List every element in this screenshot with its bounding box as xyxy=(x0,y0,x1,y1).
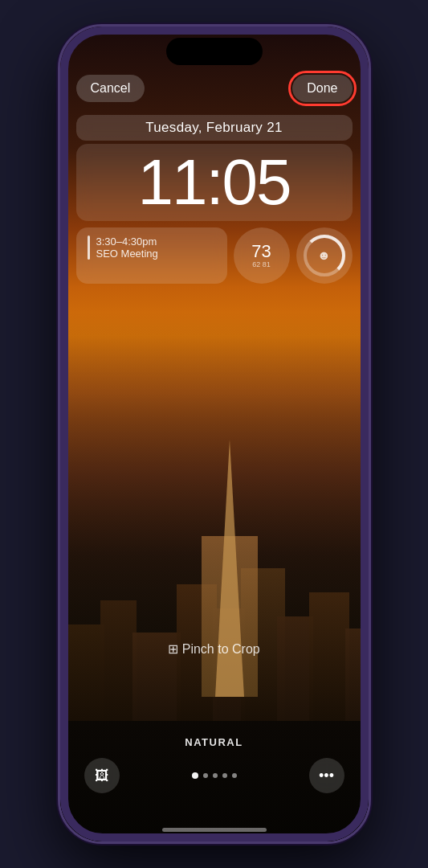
page-dot-3 xyxy=(213,773,218,778)
lockscreen-content: Tuesday, February 21 11:05 3:30–4:30pm S… xyxy=(76,115,353,284)
done-button[interactable]: Done xyxy=(292,75,352,102)
gallery-button[interactable]: 🖼 xyxy=(84,758,120,793)
top-bar: Cancel Done xyxy=(60,75,369,102)
activity-ring: ☻ xyxy=(304,235,345,276)
weather-range: 62 81 xyxy=(252,260,271,269)
page-dot-2 xyxy=(203,773,208,778)
weather-widget[interactable]: 73 62 81 xyxy=(234,227,290,284)
skyscraper-spire xyxy=(215,440,244,697)
more-options-icon: ••• xyxy=(319,768,334,784)
page-dot-1 xyxy=(192,772,198,779)
page-dots xyxy=(192,772,237,779)
calendar-event: SEO Meeting xyxy=(96,248,158,260)
cancel-button[interactable]: Cancel xyxy=(76,75,145,102)
building-7 xyxy=(277,616,313,721)
page-dot-5 xyxy=(232,773,237,778)
gallery-icon: 🖼 xyxy=(95,768,109,784)
calendar-details: 3:30–4:30pm SEO Meeting xyxy=(96,235,158,260)
widgets-row: 3:30–4:30pm SEO Meeting 73 62 81 ☻ xyxy=(76,227,353,284)
filter-label: NATURAL xyxy=(60,736,369,748)
power-button[interactable] xyxy=(369,227,371,300)
calendar-time: 3:30–4:30pm xyxy=(96,235,158,248)
pinch-to-crop: ⊞ Pinch to Crop xyxy=(60,641,369,657)
phone-frame: Cancel Done Tuesday, February 21 11:05 3… xyxy=(58,24,371,844)
date-text: Tuesday, February 21 xyxy=(145,120,282,135)
done-button-wrapper: Done xyxy=(292,75,352,102)
calendar-bar xyxy=(88,235,90,260)
building-2 xyxy=(100,600,137,721)
weather-temp: 73 xyxy=(251,243,271,260)
pinch-to-crop-text: ⊞ Pinch to Crop xyxy=(168,642,259,656)
activity-icon: ☻ xyxy=(317,248,331,263)
calendar-widget[interactable]: 3:30–4:30pm SEO Meeting xyxy=(76,227,227,284)
building-1 xyxy=(60,624,104,721)
building-8 xyxy=(309,592,349,721)
calendar-inner: 3:30–4:30pm SEO Meeting xyxy=(88,235,216,260)
home-indicator xyxy=(162,828,267,832)
time-pill[interactable]: 11:05 xyxy=(76,144,353,221)
date-pill[interactable]: Tuesday, February 21 xyxy=(76,115,353,141)
more-options-button[interactable]: ••• xyxy=(309,758,344,793)
page-dot-4 xyxy=(222,773,227,778)
bottom-controls: 🖼 ••• xyxy=(60,758,369,793)
activity-widget[interactable]: ☻ xyxy=(296,227,353,284)
bottom-bar: NATURAL 🖼 ••• xyxy=(60,736,369,793)
dynamic-island xyxy=(166,38,263,65)
time-text: 11:05 xyxy=(137,146,290,218)
